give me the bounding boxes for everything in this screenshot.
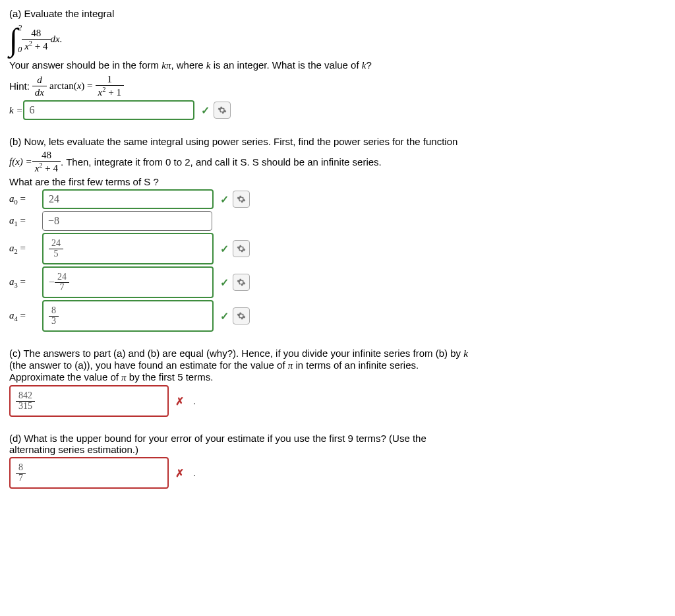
a0-row: a0 = 24 ✓ [9, 189, 666, 209]
part-c: (c) The answers to part (a) and (b) are … [9, 348, 666, 417]
options-button[interactable] [233, 274, 250, 291]
part-a-heading: (a) Evaluate the integral [9, 8, 666, 19]
k-input[interactable]: 6 [23, 100, 194, 120]
part-b: (b) Now, lets evaluate the same integral… [9, 136, 666, 332]
a3-label: a3 = [9, 276, 37, 289]
fx-fraction: 48 x2 + 4 [32, 149, 61, 174]
period: . [193, 468, 196, 478]
a2-input[interactable]: 245 [42, 233, 214, 264]
a1-row: a1 = −8 [9, 211, 666, 231]
k-answer-row: k = 6 ✓ [9, 100, 666, 120]
hint-row: Hint: d dx arctan(x) = 1 x2 + 1 [9, 73, 666, 98]
integral-expression: ∫ 2 0 48 x2 + 4 dx. [9, 21, 666, 57]
c-input[interactable]: 842315 [9, 385, 169, 417]
check-icon: ✓ [220, 310, 229, 323]
gear-icon [237, 278, 246, 287]
options-button[interactable] [233, 240, 250, 257]
d-answer-row: 87 ✗ . [9, 457, 666, 489]
part-b-line1: (b) Now, lets evaluate the same integral… [9, 136, 666, 147]
integrand-fraction: 48 x2 + 4 [22, 27, 50, 52]
check-icon: ✓ [220, 193, 229, 206]
cross-icon: ✗ [175, 467, 184, 479]
part-b-line2: . Then, integrate it from 0 to 2, and ca… [61, 156, 382, 168]
part-b-line3: What are the first few terms of S ? [9, 176, 666, 187]
gear-icon [237, 244, 246, 253]
part-a-instruction: Your answer should be in the form kπ, wh… [9, 59, 666, 71]
part-a: (a) Evaluate the integral ∫ 2 0 48 x2 + … [9, 8, 666, 120]
options-button[interactable] [214, 102, 231, 119]
period: . [193, 396, 196, 406]
hint-arctan: arctan(x) = [49, 80, 93, 92]
integrand-num: 48 [22, 27, 50, 40]
a0-label: a0 = [9, 193, 37, 206]
a3-row: a3 = − 247 ✓ [9, 266, 666, 298]
check-icon: ✓ [220, 276, 229, 289]
k-label: k = [9, 105, 23, 116]
part-d: (d) What is the upper bound for your err… [9, 433, 666, 489]
gear-icon [237, 195, 246, 204]
check-icon: ✓ [220, 243, 229, 255]
dx: dx. [51, 34, 63, 45]
hint-label: Hint: [9, 80, 30, 92]
check-icon: ✓ [201, 104, 210, 117]
a0-input[interactable]: 24 [42, 189, 214, 209]
a4-row: a4 = 83 ✓ [9, 300, 666, 332]
part-d-text: (d) What is the upper bound for your err… [9, 433, 666, 455]
hint-rhs: 1 x2 + 1 [96, 73, 124, 98]
c-answer-row: 842315 ✗ . [9, 385, 666, 417]
a3-input[interactable]: − 247 [42, 266, 214, 298]
hint-dxfrac: d dx [32, 74, 47, 98]
part-b-fx: f(x) = 48 x2 + 4 . Then, integrate it fr… [9, 149, 666, 174]
a2-label: a2 = [9, 243, 37, 255]
k-value: 6 [30, 104, 35, 116]
gear-icon [237, 311, 246, 321]
integrand-den: x2 + 4 [22, 40, 50, 52]
a4-input[interactable]: 83 [42, 300, 214, 332]
a1-input[interactable]: −8 [42, 211, 212, 231]
integral-symbol: ∫ [9, 21, 18, 57]
gear-icon [218, 106, 227, 115]
a1-label: a1 = [9, 215, 37, 228]
options-button[interactable] [233, 307, 250, 324]
d-input[interactable]: 87 [9, 457, 169, 489]
fx-label: f(x) = [9, 156, 32, 168]
cross-icon: ✗ [175, 395, 184, 408]
a4-label: a4 = [9, 310, 37, 323]
a2-row: a2 = 245 ✓ [9, 233, 666, 264]
part-c-text: (c) The answers to part (a) and (b) are … [9, 348, 666, 383]
options-button[interactable] [233, 191, 250, 208]
